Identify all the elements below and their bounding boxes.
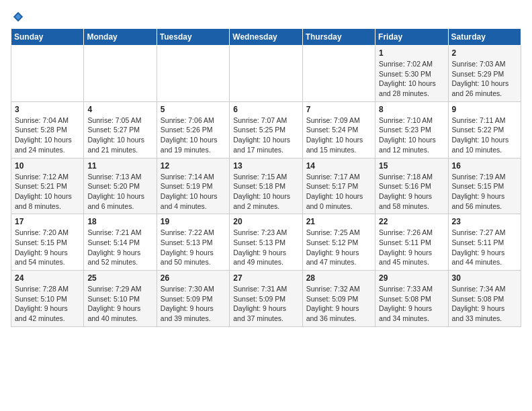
calendar-cell: 26Sunrise: 7:30 AM Sunset: 5:09 PM Dayli… — [157, 271, 229, 327]
day-number: 6 — [233, 105, 298, 114]
calendar-cell: 11Sunrise: 7:13 AM Sunset: 5:20 PM Dayli… — [84, 158, 157, 214]
calendar-cell: 13Sunrise: 7:15 AM Sunset: 5:18 PM Dayli… — [230, 158, 302, 214]
day-number: 1 — [379, 48, 444, 58]
day-number: 20 — [233, 217, 298, 226]
day-number: 28 — [306, 273, 371, 283]
calendar-cell — [84, 46, 157, 102]
day-info: Sunrise: 7:13 AM Sunset: 5:20 PM Dayligh… — [87, 172, 152, 212]
calendar-cell: 19Sunrise: 7:22 AM Sunset: 5:13 PM Dayli… — [157, 214, 229, 271]
calendar-cell: 2Sunrise: 7:03 AM Sunset: 5:29 PM Daylig… — [448, 46, 521, 102]
calendar-header-row: SundayMondayTuesdayWednesdayThursdayFrid… — [11, 29, 521, 46]
day-number: 17 — [15, 217, 80, 226]
calendar-cell: 22Sunrise: 7:26 AM Sunset: 5:11 PM Dayli… — [375, 214, 448, 271]
day-number: 29 — [379, 273, 444, 283]
calendar-cell: 4Sunrise: 7:05 AM Sunset: 5:27 PM Daylig… — [84, 101, 157, 158]
calendar-cell: 10Sunrise: 7:12 AM Sunset: 5:21 PM Dayli… — [11, 158, 84, 214]
day-of-week-header: Saturday — [448, 29, 521, 46]
day-info: Sunrise: 7:33 AM Sunset: 5:08 PM Dayligh… — [379, 284, 444, 324]
day-info: Sunrise: 7:07 AM Sunset: 5:25 PM Dayligh… — [233, 116, 298, 155]
calendar-cell — [302, 46, 375, 102]
calendar-cell: 12Sunrise: 7:14 AM Sunset: 5:19 PM Dayli… — [157, 158, 229, 214]
calendar-cell: 9Sunrise: 7:11 AM Sunset: 5:22 PM Daylig… — [448, 101, 521, 158]
calendar-cell: 23Sunrise: 7:27 AM Sunset: 5:11 PM Dayli… — [448, 214, 521, 271]
day-number: 16 — [452, 161, 517, 171]
day-number: 13 — [233, 161, 298, 171]
calendar-cell: 29Sunrise: 7:33 AM Sunset: 5:08 PM Dayli… — [375, 271, 448, 327]
day-number: 24 — [15, 273, 80, 283]
calendar-table: SundayMondayTuesdayWednesdayThursdayFrid… — [11, 28, 521, 327]
calendar-week-row: 17Sunrise: 7:20 AM Sunset: 5:15 PM Dayli… — [11, 214, 521, 271]
day-info: Sunrise: 7:11 AM Sunset: 5:22 PM Dayligh… — [452, 116, 517, 155]
day-info: Sunrise: 7:04 AM Sunset: 5:28 PM Dayligh… — [15, 116, 80, 155]
day-number: 30 — [452, 273, 517, 283]
day-number: 9 — [452, 105, 517, 114]
day-number: 10 — [15, 161, 80, 171]
day-number: 4 — [87, 105, 152, 114]
calendar-week-row: 24Sunrise: 7:28 AM Sunset: 5:10 PM Dayli… — [11, 271, 521, 327]
calendar-body: 1Sunrise: 7:02 AM Sunset: 5:30 PM Daylig… — [11, 46, 521, 327]
logo-icon — [12, 11, 24, 23]
day-info: Sunrise: 7:22 AM Sunset: 5:13 PM Dayligh… — [161, 228, 226, 267]
day-info: Sunrise: 7:02 AM Sunset: 5:30 PM Dayligh… — [379, 59, 444, 99]
calendar-week-row: 1Sunrise: 7:02 AM Sunset: 5:30 PM Daylig… — [11, 46, 521, 102]
calendar-cell: 28Sunrise: 7:32 AM Sunset: 5:09 PM Dayli… — [302, 271, 375, 327]
day-of-week-header: Tuesday — [157, 29, 229, 46]
day-info: Sunrise: 7:31 AM Sunset: 5:09 PM Dayligh… — [233, 284, 298, 324]
day-number: 19 — [161, 217, 226, 226]
page-header — [11, 11, 521, 23]
calendar-week-row: 10Sunrise: 7:12 AM Sunset: 5:21 PM Dayli… — [11, 158, 521, 214]
day-info: Sunrise: 7:15 AM Sunset: 5:18 PM Dayligh… — [233, 172, 298, 212]
day-info: Sunrise: 7:32 AM Sunset: 5:09 PM Dayligh… — [306, 284, 371, 324]
calendar-cell: 7Sunrise: 7:09 AM Sunset: 5:24 PM Daylig… — [302, 101, 375, 158]
calendar-cell: 6Sunrise: 7:07 AM Sunset: 5:25 PM Daylig… — [230, 101, 302, 158]
calendar-cell: 8Sunrise: 7:10 AM Sunset: 5:23 PM Daylig… — [375, 101, 448, 158]
day-number: 26 — [161, 273, 226, 283]
day-number: 14 — [306, 161, 371, 171]
day-info: Sunrise: 7:26 AM Sunset: 5:11 PM Dayligh… — [379, 228, 444, 267]
calendar-cell: 18Sunrise: 7:21 AM Sunset: 5:14 PM Dayli… — [84, 214, 157, 271]
day-number: 2 — [452, 48, 517, 58]
calendar-cell — [157, 46, 229, 102]
calendar-cell: 17Sunrise: 7:20 AM Sunset: 5:15 PM Dayli… — [11, 214, 84, 271]
day-info: Sunrise: 7:25 AM Sunset: 5:12 PM Dayligh… — [306, 228, 371, 267]
day-info: Sunrise: 7:10 AM Sunset: 5:23 PM Dayligh… — [379, 116, 444, 155]
day-info: Sunrise: 7:23 AM Sunset: 5:13 PM Dayligh… — [233, 228, 298, 267]
day-number: 8 — [379, 105, 444, 114]
day-info: Sunrise: 7:05 AM Sunset: 5:27 PM Dayligh… — [87, 116, 152, 155]
calendar-cell: 20Sunrise: 7:23 AM Sunset: 5:13 PM Dayli… — [230, 214, 302, 271]
day-number: 11 — [87, 161, 152, 171]
day-info: Sunrise: 7:18 AM Sunset: 5:16 PM Dayligh… — [379, 172, 444, 212]
calendar-cell: 16Sunrise: 7:19 AM Sunset: 5:15 PM Dayli… — [448, 158, 521, 214]
day-info: Sunrise: 7:14 AM Sunset: 5:19 PM Dayligh… — [161, 172, 226, 212]
day-info: Sunrise: 7:30 AM Sunset: 5:09 PM Dayligh… — [161, 284, 226, 324]
calendar-cell: 24Sunrise: 7:28 AM Sunset: 5:10 PM Dayli… — [11, 271, 84, 327]
calendar-cell: 30Sunrise: 7:34 AM Sunset: 5:08 PM Dayli… — [448, 271, 521, 327]
day-number: 27 — [233, 273, 298, 283]
day-of-week-header: Thursday — [302, 29, 375, 46]
day-info: Sunrise: 7:03 AM Sunset: 5:29 PM Dayligh… — [452, 59, 517, 99]
calendar-cell: 14Sunrise: 7:17 AM Sunset: 5:17 PM Dayli… — [302, 158, 375, 214]
calendar-cell: 5Sunrise: 7:06 AM Sunset: 5:26 PM Daylig… — [157, 101, 229, 158]
day-info: Sunrise: 7:19 AM Sunset: 5:15 PM Dayligh… — [452, 172, 517, 212]
day-number: 15 — [379, 161, 444, 171]
day-info: Sunrise: 7:21 AM Sunset: 5:14 PM Dayligh… — [87, 228, 152, 267]
calendar-cell: 3Sunrise: 7:04 AM Sunset: 5:28 PM Daylig… — [11, 101, 84, 158]
day-number: 21 — [306, 217, 371, 226]
day-number: 18 — [87, 217, 152, 226]
day-info: Sunrise: 7:20 AM Sunset: 5:15 PM Dayligh… — [15, 228, 80, 267]
day-info: Sunrise: 7:34 AM Sunset: 5:08 PM Dayligh… — [452, 284, 517, 324]
day-info: Sunrise: 7:09 AM Sunset: 5:24 PM Dayligh… — [306, 116, 371, 155]
day-info: Sunrise: 7:28 AM Sunset: 5:10 PM Dayligh… — [15, 284, 80, 324]
day-of-week-header: Friday — [375, 29, 448, 46]
day-number: 7 — [306, 105, 371, 114]
day-number: 12 — [161, 161, 226, 171]
day-info: Sunrise: 7:29 AM Sunset: 5:10 PM Dayligh… — [87, 284, 152, 324]
day-number: 23 — [452, 217, 517, 226]
day-info: Sunrise: 7:12 AM Sunset: 5:21 PM Dayligh… — [15, 172, 80, 212]
calendar-cell: 21Sunrise: 7:25 AM Sunset: 5:12 PM Dayli… — [302, 214, 375, 271]
day-number: 22 — [379, 217, 444, 226]
day-number: 5 — [161, 105, 226, 114]
day-number: 3 — [15, 105, 80, 114]
calendar-cell: 1Sunrise: 7:02 AM Sunset: 5:30 PM Daylig… — [375, 46, 448, 102]
day-of-week-header: Monday — [84, 29, 157, 46]
